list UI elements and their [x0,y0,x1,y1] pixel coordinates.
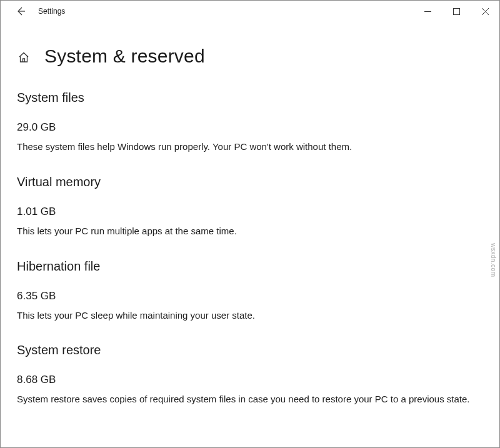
section-size: 29.0 GB [17,121,483,134]
home-icon[interactable] [17,51,31,64]
section-description: System restore saves copies of required … [17,392,479,406]
section-system-restore: System restore 8.68 GB System restore sa… [17,343,483,406]
watermark: wsxdn.com [490,243,497,277]
section-heading: Virtual memory [17,175,483,189]
content-area: System & reserved System files 29.0 GB T… [1,22,499,406]
app-title: Settings [38,7,65,16]
section-description: This lets your PC sleep while maintainin… [17,309,479,322]
maximize-icon [453,8,460,15]
page-title: System & reserved [44,46,205,67]
back-button[interactable] [8,1,33,22]
section-size: 1.01 GB [17,206,483,218]
section-hibernation-file: Hibernation file 6.35 GB This lets your … [17,259,483,322]
svg-rect-1 [453,8,459,14]
home-icon-svg [18,51,30,64]
back-arrow-icon [16,6,26,16]
close-button[interactable] [471,1,499,22]
page-header: System & reserved [17,46,483,67]
section-heading: System restore [17,343,483,357]
close-icon [482,8,489,15]
section-description: This lets your PC run multiple apps at t… [17,224,479,238]
section-heading: System files [17,91,483,105]
section-virtual-memory: Virtual memory 1.01 GB This lets your PC… [17,175,483,238]
section-description: These system files help Windows run prop… [17,140,354,154]
titlebar: Settings [1,1,499,22]
window-controls [413,1,499,22]
minimize-icon [424,8,431,15]
section-system-files: System files 29.0 GB These system files … [17,91,483,154]
section-size: 8.68 GB [17,374,483,386]
section-size: 6.35 GB [17,290,483,302]
minimize-button[interactable] [413,1,442,22]
maximize-button[interactable] [442,1,471,22]
section-heading: Hibernation file [17,259,483,274]
